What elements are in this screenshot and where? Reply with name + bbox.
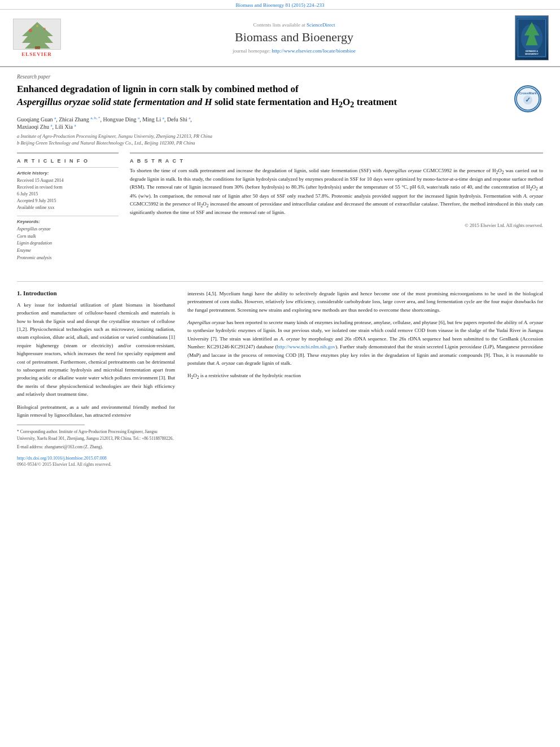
- article-history: Article history: Received 15 August 2014…: [17, 167, 119, 211]
- keyword-5: Proteomic analysis: [17, 255, 119, 262]
- journal-ref-text: Biomass and Bioenergy 81 (2015) 224–233: [235, 2, 324, 8]
- article-title: Enhanced degradation of lignin in corn s…: [17, 83, 543, 110]
- elsevier-tree-image: [13, 19, 61, 50]
- right-para2: Aspergillus oryzae has been reported to …: [187, 318, 543, 367]
- abstract-text: To shorten the time of corn stalk pretre…: [130, 167, 543, 217]
- keywords-section: Keywords: Aspergillus oryzae Corn stalk …: [17, 216, 119, 262]
- affiliation-a: a Institute of Agro-Production Processin…: [17, 133, 543, 140]
- journal-name: Biomass and Bioenergy: [73, 30, 515, 45]
- body-left-col: 1. Introduction A key issue for industri…: [17, 290, 175, 467]
- article-type: Research paper: [17, 74, 543, 80]
- article-info-heading: A R T I C L E I N F O: [17, 158, 119, 164]
- svg-point-4: [43, 28, 46, 30]
- svg-point-3: [29, 29, 32, 32]
- affiliation-b: b Beijing Green Technology and Natural B…: [17, 140, 543, 147]
- journal-title-block: Contents lists available at ScienceDirec…: [73, 22, 515, 54]
- affiliations: a Institute of Agro-Production Processin…: [17, 133, 543, 147]
- accepted-date: Accepted 9 July 2015: [17, 198, 119, 204]
- journal-cover-image: BIOMASS & BIOENERGY: [515, 15, 549, 60]
- svg-text:BIOENERGY: BIOENERGY: [525, 53, 539, 55]
- homepage-url[interactable]: http://www.elsevier.com/locate/biombioe: [272, 48, 356, 54]
- abstract-col: A B S T R A C T To shorten the time of c…: [130, 152, 543, 262]
- intro-para1: A key issue for industrial utilization o…: [17, 301, 175, 399]
- footnote-1: * Corresponding author. Institute of Agr…: [17, 429, 175, 442]
- title-italic: Aspergillus oryzae solid state fermentat…: [17, 97, 212, 107]
- article-info-abstract-cols: A R T I C L E I N F O Article history: R…: [17, 152, 543, 262]
- svg-text:✓: ✓: [525, 96, 531, 104]
- svg-point-5: [36, 25, 38, 27]
- doi-link[interactable]: http://dx.doi.org/10.1016/j.biombioe.201…: [17, 456, 175, 461]
- received-date: Received 15 August 2014: [17, 177, 119, 184]
- intro-para2: Biological pretreatment, as a safe and e…: [17, 403, 175, 420]
- homepage-label: journal homepage:: [233, 48, 270, 54]
- article-info-col: A R T I C L E I N F O Article history: R…: [17, 152, 119, 262]
- section-divider: [17, 281, 543, 282]
- contents-text: Contents lists available at: [253, 22, 305, 28]
- elsevier-wordmark: ELSEVIER: [21, 51, 52, 57]
- keyword-3: Lignin degradation: [17, 240, 119, 247]
- received-revised: Received in revised form: [17, 184, 119, 191]
- journal-reference-bar: Biomass and Bioenergy 81 (2015) 224–233: [0, 0, 560, 10]
- svg-text:CrossMark: CrossMark: [519, 91, 537, 95]
- sciencedirect-anchor[interactable]: ScienceDirect: [307, 22, 335, 28]
- right-para1: interests [4,5]. Mycelium fungi have the…: [187, 290, 543, 314]
- right-para3: H2O2 is a restrictive substrate of the h…: [187, 372, 543, 381]
- ncbi-link[interactable]: http://www.ncbi.nlm.nih.gov: [277, 344, 335, 350]
- keywords-title: Keywords:: [17, 219, 119, 224]
- keyword-1: Aspergillus oryzae: [17, 226, 119, 233]
- crossmark-inner: CrossMark ✓: [514, 85, 541, 112]
- title-line1: Enhanced degradation of lignin in corn s…: [17, 84, 299, 94]
- issn-text: 0961-9534/© 2015 Elsevier Ltd. All right…: [17, 462, 175, 467]
- introduction-heading: 1. Introduction: [17, 290, 175, 296]
- keyword-2: Corn stalk: [17, 233, 119, 241]
- revised-date: 6 July 2015: [17, 191, 119, 198]
- body-right-col: interests [4,5]. Mycelium fungi have the…: [187, 290, 543, 467]
- crossmark-badge[interactable]: CrossMark ✓: [512, 83, 543, 114]
- authors-line: Guoqiang Guan a, Zhicai Zhang a, b, *, H…: [17, 116, 543, 130]
- history-title: Article history:: [17, 171, 119, 176]
- available-online: Available online xxx: [17, 204, 119, 211]
- keyword-4: Enzyme: [17, 247, 119, 255]
- abstract-heading: A B S T R A C T: [130, 158, 543, 164]
- title-line2: Aspergillus oryzae solid state fermentat…: [17, 97, 397, 107]
- doi-anchor[interactable]: http://dx.doi.org/10.1016/j.biombioe.201…: [17, 456, 107, 461]
- svg-rect-2: [35, 46, 40, 50]
- footnote-divider: [17, 425, 85, 425]
- journal-homepage: journal homepage: http://www.elsevier.co…: [73, 48, 515, 54]
- svg-text:BIOMASS &: BIOMASS &: [526, 50, 538, 53]
- journal-header: ELSEVIER Contents lists available at Sci…: [0, 10, 560, 67]
- copyright-notice: © 2015 Elsevier Ltd. All rights reserved…: [130, 222, 543, 228]
- elsevier-logo-block: ELSEVIER: [11, 19, 62, 57]
- body-content: 1. Introduction A key issue for industri…: [0, 290, 560, 467]
- article-main: Research paper Enhanced degradation of l…: [0, 67, 560, 273]
- footnote-2: E-mail address: zhangtamei@163.com (Z. Z…: [17, 444, 175, 450]
- sciencedirect-link[interactable]: Contents lists available at ScienceDirec…: [73, 22, 515, 28]
